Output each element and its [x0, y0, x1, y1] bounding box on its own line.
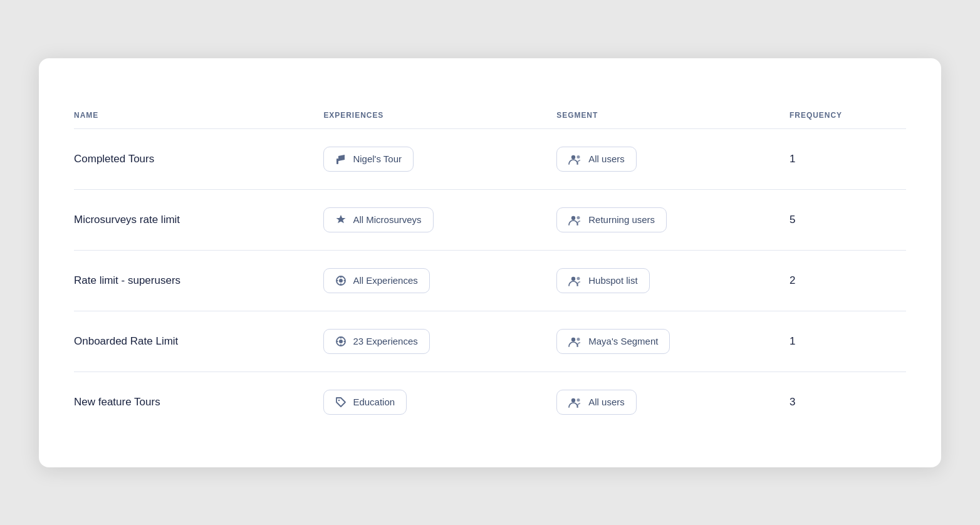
segment-icon-0 — [568, 153, 582, 165]
experience-badge-2[interactable]: All Experiences — [323, 268, 429, 293]
svg-point-1 — [571, 155, 575, 159]
segment-icon-4 — [568, 397, 582, 408]
svg-point-19 — [571, 337, 575, 341]
svg-rect-0 — [336, 159, 338, 164]
segment-badge-0[interactable]: All users — [556, 147, 637, 172]
table-row: New feature Tours Education All users 3 — [74, 372, 906, 432]
experience-badge-4[interactable]: Education — [323, 390, 407, 415]
segment-badge-1[interactable]: Returning users — [556, 207, 667, 232]
rate-limiting-card: NAME EXPERIENCES SEGMENT FREQUENCY Compl… — [39, 58, 941, 467]
frequency-value-4: 3 — [790, 396, 795, 408]
svg-point-6 — [339, 279, 343, 283]
row-name-4: New feature Tours — [74, 396, 160, 408]
frequency-value-1: 5 — [790, 214, 795, 226]
segment-icon-2 — [568, 275, 582, 286]
svg-point-12 — [577, 277, 580, 280]
experience-badge-0[interactable]: Nigel's Tour — [323, 147, 414, 172]
svg-point-20 — [577, 338, 580, 341]
col-header-frequency: FREQUENCY — [790, 111, 906, 129]
row-name-3: Onboarded Rate Limit — [74, 335, 178, 347]
segment-badge-4[interactable]: All users — [556, 390, 637, 415]
svg-point-2 — [577, 155, 580, 159]
experience-label-0: Nigel's Tour — [353, 153, 402, 164]
experience-icon-0 — [335, 153, 347, 165]
experience-label-4: Education — [353, 397, 395, 407]
segment-icon-1 — [568, 214, 582, 226]
experience-badge-1[interactable]: All Microsurveys — [323, 207, 433, 232]
segment-label-4: All users — [588, 397, 625, 407]
svg-point-11 — [571, 276, 575, 280]
experience-badge-3[interactable]: 23 Experiences — [323, 329, 429, 354]
segment-badge-2[interactable]: Hubspot list — [556, 268, 649, 293]
frequency-value-0: 1 — [790, 153, 795, 165]
table-row: Microsurveys rate limit All Microsurveys… — [74, 189, 906, 250]
experience-icon-4 — [335, 397, 347, 408]
svg-point-14 — [339, 340, 343, 343]
col-header-name: NAME — [74, 111, 323, 129]
svg-point-21 — [338, 399, 340, 400]
experience-icon-3 — [335, 336, 347, 347]
svg-point-3 — [571, 216, 575, 219]
row-name-2: Rate limit - superusers — [74, 274, 180, 286]
table-row: Rate limit - superusers All Experiences … — [74, 250, 906, 311]
experience-icon-2 — [335, 275, 347, 286]
table-row: Completed Tours Nigel's Tour All users 1 — [74, 128, 906, 189]
segment-badge-3[interactable]: Maya's Segment — [556, 329, 670, 354]
experience-label-2: All Experiences — [353, 275, 417, 286]
svg-point-23 — [577, 398, 580, 402]
segment-label-3: Maya's Segment — [588, 336, 658, 346]
experience-label-3: 23 Experiences — [353, 336, 417, 346]
segment-label-0: All users — [588, 153, 625, 164]
segment-label-1: Returning users — [588, 214, 655, 225]
segment-icon-3 — [568, 336, 582, 347]
col-header-segment: SEGMENT — [556, 111, 790, 129]
table-row: Onboarded Rate Limit 23 Experiences Maya… — [74, 311, 906, 372]
row-name-0: Completed Tours — [74, 153, 154, 165]
experience-icon-1 — [335, 214, 347, 226]
experience-label-1: All Microsurveys — [353, 214, 421, 225]
rate-limiting-table: NAME EXPERIENCES SEGMENT FREQUENCY Compl… — [74, 111, 906, 432]
row-name-1: Microsurveys rate limit — [74, 214, 180, 226]
svg-point-22 — [571, 398, 575, 402]
col-header-experiences: EXPERIENCES — [323, 111, 556, 129]
frequency-value-3: 1 — [790, 335, 795, 347]
svg-point-4 — [577, 216, 580, 219]
segment-label-2: Hubspot list — [588, 275, 637, 286]
frequency-value-2: 2 — [790, 274, 795, 286]
